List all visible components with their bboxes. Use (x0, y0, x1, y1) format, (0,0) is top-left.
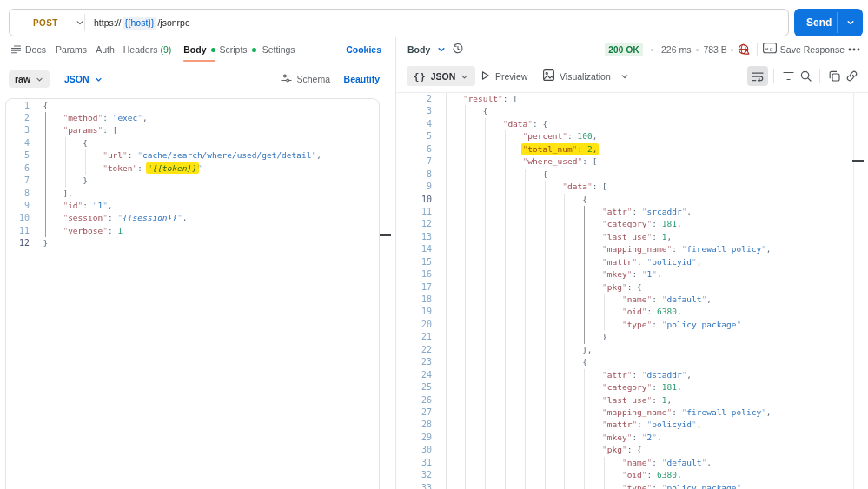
indent-guide (545, 256, 546, 268)
indent-guide (525, 406, 526, 419)
response-body-editor[interactable]: 1234567891011121314151617181920212223242… (396, 93, 868, 489)
indent-guide (465, 482, 466, 489)
indent-guide (465, 419, 466, 431)
tab-settings[interactable]: Settings (262, 37, 295, 62)
indent-guide (564, 331, 565, 343)
indent-guide (465, 294, 466, 306)
indent-guide (465, 406, 466, 419)
indent-guide (545, 294, 546, 306)
indent-guide (584, 218, 585, 230)
indent-guide (545, 194, 546, 206)
indent-guide (564, 194, 565, 206)
indent-guide (584, 457, 585, 469)
url-field[interactable]: https:// {{host}} /jsonrpc (94, 17, 189, 30)
wrap-text-icon[interactable] (747, 66, 768, 86)
indent-guide (65, 162, 66, 175)
indent-guide (525, 181, 526, 193)
response-view-selector[interactable]: Body (407, 41, 446, 58)
indent-guide (465, 444, 466, 456)
indent-guide (446, 482, 447, 489)
chevron-down-icon (437, 42, 446, 57)
divider (757, 43, 758, 56)
indent-guide (545, 432, 546, 444)
method-label: POST (33, 18, 58, 28)
response-view-label: Body (407, 44, 430, 55)
code-area[interactable]: { "method": "exec", "params": [ { "url":… (43, 99, 321, 250)
indent-guide (485, 356, 486, 368)
request-tabs: DocsParamsAuthHeaders(9)BodyScriptsSetti… (0, 37, 395, 62)
link-icon[interactable] (843, 66, 860, 86)
indent-guide (545, 344, 546, 356)
indent-guide (564, 469, 565, 481)
tab-docs[interactable]: Docs (11, 37, 46, 62)
indent-guide (446, 256, 447, 268)
indent-guide (465, 243, 466, 255)
save-response-button[interactable]: e.g. Save Response (763, 42, 845, 57)
tab-auth[interactable]: Auth (96, 37, 115, 62)
line-number: 13 (396, 231, 432, 243)
tab-headers[interactable]: Headers(9) (123, 37, 172, 62)
indent-guide (485, 482, 486, 489)
indent-guide (525, 194, 526, 206)
indent-guide (584, 482, 585, 489)
code-line: { (443, 105, 772, 117)
indent-guide (604, 306, 605, 318)
indent-guide (485, 181, 486, 193)
indent-guide (446, 356, 447, 368)
indent-guide (525, 444, 526, 456)
visualization-button[interactable]: Visualization (543, 66, 611, 86)
indent-guide (584, 243, 585, 255)
indent-guide (485, 394, 486, 406)
preview-button[interactable]: Preview (480, 66, 527, 86)
url-host-variable[interactable]: {{host}} (123, 17, 157, 30)
tab-scripts[interactable]: Scripts (220, 37, 256, 62)
filter-icon[interactable] (779, 66, 797, 86)
indent-guide (446, 331, 447, 343)
indent-guide (485, 406, 486, 419)
indent-guide (564, 369, 565, 381)
send-options-button[interactable] (838, 9, 863, 36)
response-toolbar: {} JSON Preview (396, 62, 868, 93)
indent-guide (545, 206, 546, 218)
indent-guide (525, 294, 526, 306)
line-number: 29 (396, 432, 432, 444)
body-format-selector[interactable]: raw (9, 70, 50, 88)
code-area[interactable]: { "result": [ { "data": { "percent": 100… (443, 93, 772, 489)
request-body-editor[interactable]: 123456789101112{ "method": "exec", "para… (5, 98, 380, 489)
indent-guide (545, 406, 546, 419)
indent-guide (485, 256, 486, 268)
indent-guide (525, 218, 526, 230)
indent-guide (545, 457, 546, 469)
language-selector[interactable]: JSON (64, 70, 103, 88)
response-format-selector[interactable]: {} JSON (407, 66, 475, 86)
schema-button[interactable]: Schema (281, 70, 330, 88)
copy-icon[interactable] (825, 66, 843, 86)
tab-body[interactable]: Body (183, 37, 215, 62)
pane-split-handle[interactable] (380, 234, 391, 236)
indent-guide (485, 319, 486, 331)
indent-guide (545, 381, 546, 393)
network-warning-icon[interactable] (738, 43, 750, 56)
chevron-down-icon[interactable] (620, 66, 629, 86)
beautify-button[interactable]: Beautify (344, 70, 380, 88)
url-input[interactable]: POST https:// {{host}} /jsonrpc (9, 9, 789, 36)
docs-icon (11, 45, 21, 54)
indent-guide (545, 444, 546, 456)
indent-guide (45, 188, 46, 200)
line-number: 5 (6, 149, 30, 162)
method-selector[interactable]: POST (10, 10, 84, 36)
cookies-link[interactable]: Cookies (346, 37, 381, 62)
line-number: 33 (396, 482, 432, 489)
tab-params[interactable]: Params (56, 37, 87, 62)
indent-guide (525, 256, 526, 268)
send-button[interactable]: Send (794, 9, 863, 36)
indent-guide (45, 112, 46, 124)
search-icon[interactable] (797, 66, 814, 86)
history-icon[interactable] (452, 43, 464, 58)
more-options-icon[interactable] (848, 48, 860, 51)
indent-guide (564, 344, 565, 356)
line-number: 31 (396, 457, 432, 469)
indent-guide (525, 243, 526, 255)
indent-guide (465, 194, 466, 206)
scrollbar-track[interactable] (853, 93, 854, 489)
